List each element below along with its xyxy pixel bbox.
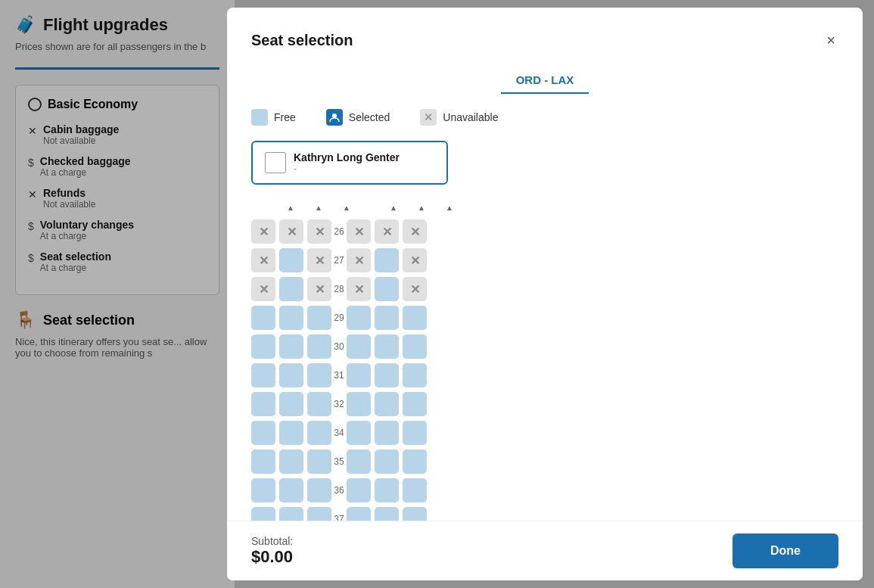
seat-cell[interactable] [375,363,399,387]
seat-cell[interactable]: ✕ [375,219,399,244]
seat-cell[interactable] [279,334,303,359]
seat-map-container[interactable]: ▲ ▲ ▲ ▲ ▲ ▲ ✕ ✕ ✕ 26 ✕ ✕ ✕ [251,200,838,525]
row-number: 29 [331,313,347,323]
seat-selection-modal: Seat selection × ORD - LAX Free Selected… [227,8,863,580]
row-number: 34 [331,428,347,438]
seat-cell[interactable] [347,450,371,474]
seat-map-area: ▲ ▲ ▲ ▲ ▲ ▲ ✕ ✕ ✕ 26 ✕ ✕ ✕ [251,200,838,525]
row-number: 32 [331,399,347,409]
seat-cell[interactable] [251,478,275,502]
table-row: 35 [251,450,831,474]
passenger-seat: - [294,163,400,174]
seat-cell[interactable] [279,450,303,474]
seat-cell[interactable] [307,334,331,359]
seat-cell[interactable]: ✕ [307,248,331,272]
table-row: ✕ ✕ 28 ✕ ✕ [251,277,831,301]
seat-cell[interactable] [279,392,303,416]
seat-cell[interactable] [375,421,399,445]
seat-cell[interactable] [347,421,371,445]
table-row: 31 [251,363,831,387]
seat-cell[interactable] [375,392,399,416]
seat-cell[interactable]: ✕ [307,277,331,301]
route-tab-ord-lax[interactable]: ORD - LAX [501,67,589,94]
seat-cell[interactable] [279,363,303,387]
modal-header: Seat selection × [251,29,838,52]
seat-cell[interactable] [307,478,331,502]
row-number: 31 [331,370,347,381]
seat-cell[interactable] [403,450,427,474]
table-row: ✕ ✕ 27 ✕ ✕ [251,248,831,272]
table-row: 34 [251,421,831,445]
seat-cell[interactable]: ✕ [279,219,303,244]
seat-cell[interactable] [307,363,331,387]
seat-cell[interactable] [251,421,275,445]
seat-cell[interactable]: ✕ [403,277,427,301]
seat-cell[interactable] [307,392,331,416]
seat-cell[interactable]: ✕ [347,248,371,272]
seat-cell[interactable] [347,363,371,387]
selected-icon [326,109,343,126]
seat-cell[interactable] [403,306,427,330]
unavailable-icon: ✕ [420,109,437,126]
seat-cell[interactable] [251,334,275,359]
seat-cell[interactable]: ✕ [403,219,427,244]
seat-cell[interactable] [375,306,399,330]
svg-point-0 [332,114,337,118]
seat-cell[interactable] [375,334,399,359]
seat-cell[interactable] [375,450,399,474]
seat-cell[interactable] [251,392,275,416]
seat-cell[interactable] [347,392,371,416]
seat-cell[interactable] [375,277,399,301]
seat-cell[interactable] [307,306,331,330]
table-row: ✕ ✕ ✕ 26 ✕ ✕ ✕ [251,219,831,244]
seat-cell[interactable] [375,478,399,502]
seat-cell[interactable] [403,363,427,387]
modal-title: Seat selection [251,32,353,49]
seat-cell[interactable] [347,334,371,359]
free-icon [251,109,268,126]
seat-cell[interactable] [307,450,331,474]
seat-cell[interactable] [403,392,427,416]
seat-cell[interactable] [279,421,303,445]
seat-cell[interactable] [347,478,371,502]
seat-cell[interactable] [279,277,303,301]
seat-cell[interactable] [375,248,399,272]
legend-free: Free [251,109,296,126]
legend-selected: Selected [326,109,390,126]
legend-selected-label: Selected [349,111,390,123]
row-number: 27 [331,255,347,266]
done-button[interactable]: Done [732,534,838,568]
seat-cell[interactable]: ✕ [403,248,427,272]
legend-free-label: Free [274,111,296,123]
seat-cell[interactable]: ✕ [251,219,275,244]
seat-cell[interactable] [279,478,303,502]
modal-footer: Subtotal: $0.00 Done [227,521,863,580]
passenger-name: Kathryn Long Genter [294,151,400,163]
passenger-card[interactable]: Kathryn Long Genter - [251,141,448,185]
route-tabs: ORD - LAX [251,67,838,94]
seat-cell[interactable] [251,306,275,330]
seat-cell[interactable]: ✕ [251,248,275,272]
seat-cell[interactable]: ✕ [347,219,371,244]
seat-cell[interactable]: ✕ [347,277,371,301]
seat-cell[interactable] [251,450,275,474]
row-number: 30 [331,341,347,352]
seat-cell[interactable] [403,421,427,445]
seat-cell[interactable] [403,478,427,502]
seat-cell[interactable] [251,363,275,387]
scroll-arrows: ▲ ▲ ▲ ▲ ▲ ▲ [278,200,831,215]
subtotal-area: Subtotal: $0.00 [251,535,293,567]
seat-cell[interactable] [279,248,303,272]
seat-cell[interactable] [347,306,371,330]
row-number: 26 [331,226,347,237]
table-row: 29 [251,306,831,330]
close-button[interactable]: × [823,29,838,52]
seat-cell[interactable] [307,421,331,445]
seat-cell[interactable] [279,306,303,330]
subtotal-amount: $0.00 [251,547,293,567]
row-number: 36 [331,485,347,496]
passenger-seat-box [265,152,286,173]
seat-cell[interactable]: ✕ [307,219,331,244]
seat-cell[interactable]: ✕ [251,277,275,301]
seat-cell[interactable] [403,334,427,359]
